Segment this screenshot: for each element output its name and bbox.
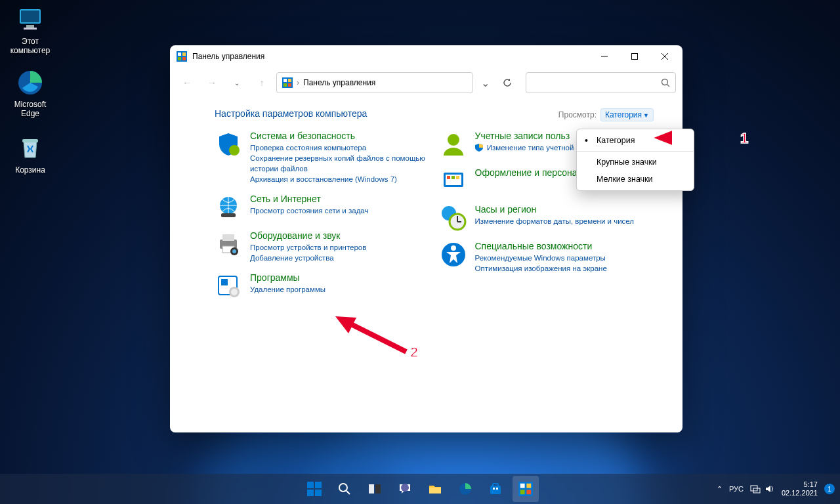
category-programs: Программы Удаление программы: [215, 272, 427, 300]
taskbar-clock[interactable]: 5:17 02.12.2021: [782, 480, 818, 497]
search-input[interactable]: [532, 78, 661, 87]
category-link[interactable]: Оптимизация изображения на экране: [475, 263, 607, 274]
clock-date: 02.12.2021: [782, 489, 818, 497]
task-view-button[interactable]: [362, 476, 388, 502]
svg-rect-5: [22, 139, 38, 142]
desktop-icon-this-pc[interactable]: Этот компьютер: [5, 5, 55, 55]
close-button[interactable]: [650, 46, 680, 67]
desktop-icon-label: Корзина: [5, 165, 55, 175]
category-link[interactable]: Просмотр состояния сети и задач: [250, 205, 368, 216]
category-title[interactable]: Специальные возможности: [475, 241, 607, 251]
control-panel-icon: [282, 77, 293, 88]
desktop-icon-label: Microsoft Edge: [5, 100, 55, 118]
shield-icon: [215, 131, 242, 158]
dropdown-item-small-icons[interactable]: Мелкие значки: [577, 171, 694, 188]
refresh-button[interactable]: [497, 72, 518, 93]
view-dropdown-button[interactable]: Категория▼: [600, 108, 654, 121]
taskbar-control-panel-button[interactable]: [513, 476, 539, 502]
category-system-security: Система и безопасность Проверка состояни…: [215, 131, 427, 184]
dropdown-item-category[interactable]: Категория: [577, 132, 694, 149]
breadcrumb-item[interactable]: Панель управления: [303, 78, 375, 87]
svg-rect-59: [429, 488, 441, 494]
dropdown-item-large-icons[interactable]: Крупные значки: [577, 154, 694, 171]
taskbar-edge-button[interactable]: [452, 476, 478, 502]
svg-point-29: [232, 249, 236, 253]
user-icon: [440, 131, 467, 158]
desktop-icon-edge[interactable]: Microsoft Edge: [5, 68, 55, 118]
svg-rect-67: [526, 484, 531, 488]
annotation-badge-2: 2: [410, 344, 418, 361]
svg-rect-56: [369, 484, 374, 494]
category-link[interactable]: Рекомендуемые Windows параметры: [475, 253, 607, 263]
category-link[interactable]: Сохранение резервных копий файлов с помо…: [250, 153, 427, 174]
svg-rect-39: [456, 176, 459, 179]
category-link[interactable]: Изменение типа учетной за: [475, 142, 584, 153]
minimize-button[interactable]: [589, 46, 620, 67]
taskbar-chat-button[interactable]: [392, 476, 418, 502]
view-dropdown-menu: Категория Крупные значки Мелкие значки: [576, 129, 694, 191]
window-title: Панель управления: [192, 52, 264, 61]
category-link[interactable]: Просмотр устройств и принтеров: [250, 242, 366, 253]
svg-rect-37: [447, 176, 450, 179]
maximize-button[interactable]: [620, 46, 650, 67]
svg-rect-63: [493, 488, 495, 490]
desktop-icon-recycle-bin[interactable]: Корзина: [5, 134, 55, 175]
notification-badge[interactable]: 1: [824, 484, 835, 494]
category-title[interactable]: Учетные записи польз: [475, 131, 584, 141]
category-title[interactable]: Сеть и Интернет: [250, 194, 368, 204]
svg-rect-2: [26, 25, 34, 28]
svg-rect-26: [222, 234, 234, 241]
category-link[interactable]: Проверка состояния компьютера: [250, 142, 427, 153]
svg-rect-31: [221, 279, 228, 285]
globe-icon: [215, 194, 242, 221]
annotation-badge-1: 1: [740, 130, 748, 147]
nav-back-button[interactable]: ←: [177, 72, 198, 93]
category-hardware-sound: Оборудование и звук Просмотр устройств и…: [215, 230, 427, 263]
category-link[interactable]: Изменение форматов даты, времени и чисел: [475, 216, 635, 226]
svg-rect-8: [182, 52, 186, 56]
search-box[interactable]: [526, 72, 676, 93]
taskbar-center: [301, 476, 539, 502]
language-indicator[interactable]: РУС: [729, 485, 744, 493]
category-title[interactable]: Часы и регион: [475, 204, 635, 215]
svg-point-45: [451, 245, 456, 251]
category-link[interactable]: Удаление программы: [250, 284, 326, 295]
start-button[interactable]: [301, 476, 327, 502]
tray-overflow-button[interactable]: ⌃: [717, 485, 723, 494]
taskbar-tray: ⌃ РУС 5:17 02.12.2021 1: [717, 480, 835, 497]
svg-point-20: [662, 79, 668, 85]
taskbar-explorer-button[interactable]: [422, 476, 448, 502]
svg-point-58: [401, 484, 409, 492]
svg-line-21: [667, 85, 670, 87]
category-title[interactable]: Программы: [250, 272, 326, 283]
svg-rect-24: [221, 213, 236, 217]
svg-point-22: [229, 145, 240, 156]
taskbar: ⌃ РУС 5:17 02.12.2021 1: [0, 474, 840, 504]
category-link[interactable]: Добавление устройства: [250, 253, 366, 263]
nav-up-button[interactable]: ↑: [251, 72, 272, 93]
control-panel-icon: [177, 51, 187, 62]
address-dropdown-button[interactable]: ⌄: [477, 72, 493, 93]
svg-rect-62: [493, 484, 498, 486]
svg-rect-12: [632, 54, 638, 60]
svg-point-54: [339, 484, 347, 492]
programs-icon: [215, 272, 242, 300]
taskbar-search-button[interactable]: [331, 476, 358, 502]
category-title[interactable]: Оборудование и звук: [250, 230, 366, 241]
svg-rect-53: [315, 490, 322, 496]
category-clock-region: Часы и регион Изменение форматов даты, в…: [440, 204, 652, 232]
category-link[interactable]: Архивация и восстановление (Windows 7): [250, 174, 427, 184]
category-title[interactable]: Система и безопасность: [250, 131, 427, 141]
desktop-icon-label: Этот компьютер: [5, 37, 55, 55]
edge-icon: [16, 68, 45, 97]
system-tray-network-sound[interactable]: [750, 484, 775, 494]
nav-history-button[interactable]: ⌄: [226, 72, 247, 93]
recycle-bin-icon: [16, 134, 45, 163]
nav-forward-button[interactable]: →: [201, 72, 222, 93]
control-panel-window: Панель управления ← → ⌄ ↑ › Панель управ…: [170, 45, 682, 432]
uac-shield-icon: [475, 144, 483, 152]
address-bar[interactable]: › Панель управления: [276, 72, 473, 93]
svg-rect-38: [452, 176, 455, 179]
appearance-icon: [440, 167, 467, 195]
taskbar-store-button[interactable]: [482, 476, 509, 502]
